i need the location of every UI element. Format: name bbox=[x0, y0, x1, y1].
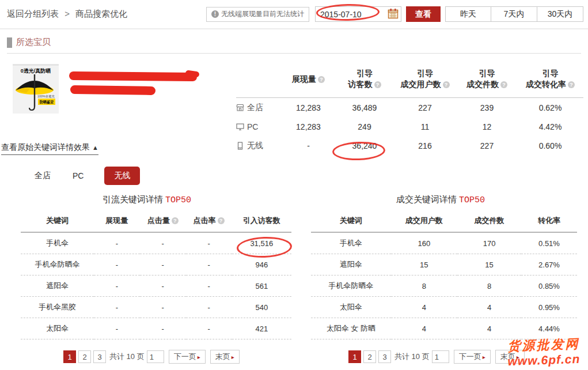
page-3-button[interactable]: 3 bbox=[93, 350, 106, 363]
arrow-right-icon: ▸ bbox=[483, 354, 485, 360]
section-marker bbox=[7, 37, 12, 48]
page-2-button[interactable]: 2 bbox=[78, 350, 91, 363]
col-keyword: 关键词 bbox=[311, 212, 391, 232]
section-title: 所选宝贝 bbox=[16, 37, 51, 48]
cell: 12 bbox=[457, 122, 517, 131]
range-yesterday-button[interactable]: 昨天 bbox=[445, 6, 491, 22]
deal-table-title: 成交关键词详情TOP50 bbox=[294, 194, 587, 205]
table-row: 手机伞黑胶---540 bbox=[21, 297, 291, 318]
cell: 0.60% bbox=[517, 141, 583, 150]
col-guided-items: 引导 成交件数? bbox=[457, 64, 517, 94]
total-pages-label: 共计 10 页 bbox=[109, 352, 145, 362]
traffic-pagination: 1 2 3 共计 10 页 下一页▸ 末页▸ bbox=[63, 350, 294, 364]
product-image[interactable]: 0透光/真防晒 100%全遮光 防晒鉴定 bbox=[13, 64, 59, 114]
page-2-button[interactable]: 2 bbox=[363, 350, 376, 363]
traffic-keywords-table: 关键词 展现量 点击量? 点击率? 引入访客数 手机伞---31,516 手机伞… bbox=[21, 212, 291, 339]
last-page-button[interactable]: 末页▸ bbox=[495, 350, 525, 364]
redaction-scribble bbox=[70, 85, 155, 95]
summary-row-wireless: 无线 - 36,240 216 227 0.60% bbox=[236, 136, 583, 155]
top50-label: TOP50 bbox=[165, 195, 191, 205]
help-icon[interactable]: ? bbox=[500, 81, 507, 88]
page-title: 商品搜索优化 bbox=[75, 9, 127, 18]
col-impressions: 展现量? bbox=[281, 64, 336, 94]
deal-keywords-table: 关键词 成交用户数 成交件数 转化率 手机伞1601700.51% 遮阳伞151… bbox=[311, 212, 577, 339]
range-30days-button[interactable]: 30天内 bbox=[537, 6, 583, 22]
product-image-badge: 防晒鉴定 bbox=[40, 100, 55, 104]
collapse-triangle-icon: ▲ bbox=[92, 144, 98, 151]
breadcrumb: 返回分组列表 > 商品搜索优化 bbox=[7, 9, 127, 20]
top50-label: TOP50 bbox=[459, 195, 485, 205]
cell: 227 bbox=[457, 141, 517, 150]
table-row: 手机伞防晒伞---946 bbox=[21, 254, 291, 275]
pc-icon bbox=[236, 123, 244, 131]
page-1-button[interactable]: 1 bbox=[63, 350, 76, 363]
calendar-icon[interactable] bbox=[388, 8, 399, 21]
keyword-tables: 引流关键词详情TOP50 关键词 展现量 点击量? 点击率? 引入访客数 手机伞… bbox=[0, 194, 588, 364]
summary-header-row: 展现量? 引导 访客数? 引导 成交用户数? 引导 成交件数? 引导 成交转化率… bbox=[236, 64, 583, 94]
arrow-right-icon: ▸ bbox=[198, 354, 200, 360]
col-impressions: 展现量 bbox=[94, 212, 140, 232]
cell: 239 bbox=[457, 103, 517, 112]
cell: 4.42% bbox=[517, 122, 583, 131]
page-3-button[interactable]: 3 bbox=[378, 350, 391, 363]
selected-item-area: 0透光/真防晒 100%全遮光 防晒鉴定 查看原始关键词详情效果▲ 展现量? 引… bbox=[0, 54, 588, 155]
help-icon[interactable]: ? bbox=[374, 81, 381, 88]
help-icon[interactable]: ? bbox=[443, 81, 450, 88]
col-guided-buyers: 引导 成交用户数? bbox=[393, 64, 457, 94]
deal-keywords-block: 成交关键词详情TOP50 关键词 成交用户数 成交件数 转化率 手机伞16017… bbox=[294, 194, 587, 364]
redaction-scribble bbox=[69, 71, 197, 81]
col-ctr: 点击率? bbox=[186, 212, 232, 232]
view-original-keywords-link[interactable]: 查看原始关键词详情效果▲ bbox=[1, 142, 98, 155]
page-jump-input[interactable] bbox=[147, 350, 164, 363]
help-icon[interactable]: ? bbox=[218, 217, 225, 224]
product-image-subtext: 100%全遮光 bbox=[37, 95, 55, 99]
breadcrumb-back-link[interactable]: 返回分组列表 bbox=[7, 9, 59, 18]
date-input[interactable] bbox=[320, 10, 378, 19]
tab-all-shop[interactable]: 全店 bbox=[33, 167, 52, 185]
info-icon: ! bbox=[211, 10, 219, 18]
cell: 36,489 bbox=[336, 103, 393, 112]
cell: - bbox=[281, 141, 336, 150]
breadcrumb-separator: > bbox=[65, 9, 70, 18]
page-1-button[interactable]: 1 bbox=[348, 350, 361, 363]
cell: 0.62% bbox=[517, 103, 583, 112]
summary-table: 展现量? 引导 访客数? 引导 成交用户数? 引导 成交件数? 引导 成交转化率… bbox=[236, 64, 583, 155]
top-bar: 返回分组列表 > 商品搜索优化 ! 无线端展现量目前无法统计 查看 昨天 7天 bbox=[0, 0, 588, 29]
scope-tabs: 全店 PC 无线 bbox=[33, 167, 588, 185]
col-buyers: 成交用户数 bbox=[391, 212, 458, 232]
next-page-button[interactable]: 下一页▸ bbox=[169, 350, 206, 364]
traffic-keywords-block: 引流关键词详情TOP50 关键词 展现量 点击量? 点击率? 引入访客数 手机伞… bbox=[0, 194, 294, 364]
table-row: 太阳伞---421 bbox=[21, 318, 291, 339]
col-clicks: 点击量? bbox=[140, 212, 186, 232]
help-icon[interactable]: ? bbox=[318, 76, 325, 83]
summary-row-pc: PC 12,283 249 11 12 4.42% bbox=[236, 117, 583, 136]
mobile-icon bbox=[236, 142, 244, 150]
table-row: 遮阳伞15152.67% bbox=[311, 254, 577, 275]
notice-box: ! 无线端展现量目前无法统计 bbox=[206, 7, 309, 22]
traffic-table-title: 引流关键词详情TOP50 bbox=[0, 194, 294, 205]
cell: 227 bbox=[393, 103, 457, 112]
help-icon[interactable]: ? bbox=[568, 81, 575, 88]
view-button[interactable]: 查看 bbox=[406, 6, 441, 22]
store-icon bbox=[236, 104, 244, 112]
notice-text: 无线端展现量目前无法统计 bbox=[221, 9, 304, 19]
table-row: 手机伞---31,516 bbox=[21, 232, 291, 254]
last-page-button[interactable]: 末页▸ bbox=[210, 350, 240, 364]
help-icon[interactable]: ? bbox=[172, 217, 179, 224]
product-column: 0透光/真防晒 100%全遮光 防晒鉴定 查看原始关键词详情效果▲ bbox=[13, 64, 236, 155]
date-picker[interactable] bbox=[315, 6, 401, 22]
table-row: 手机伞防晒伞880.85% bbox=[311, 275, 577, 297]
next-page-button[interactable]: 下一页▸ bbox=[454, 350, 491, 364]
product-image-title: 0透光/真防晒 bbox=[21, 68, 51, 74]
cell: 216 bbox=[393, 141, 457, 150]
range-7days-button[interactable]: 7天内 bbox=[491, 6, 537, 22]
cell: 36,240 bbox=[336, 141, 393, 150]
tab-wireless[interactable]: 无线 bbox=[104, 167, 140, 185]
tab-pc[interactable]: PC bbox=[71, 167, 85, 184]
page-jump-input[interactable] bbox=[432, 350, 449, 363]
col-keyword: 关键词 bbox=[21, 212, 94, 232]
col-rate: 转化率 bbox=[521, 212, 577, 232]
col-guided-conversion: 引导 成交转化率? bbox=[517, 64, 583, 94]
cell: 11 bbox=[393, 122, 457, 131]
table-row: 太阳伞440.95% bbox=[311, 297, 577, 318]
